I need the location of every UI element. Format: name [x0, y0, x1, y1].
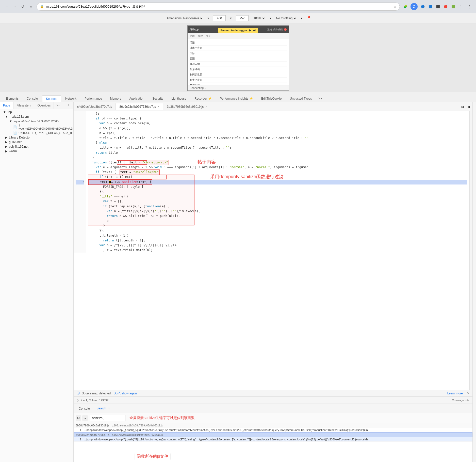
toolbar-icons: 🧩 C 🔵 🟦 ⬛ 🔴 🟩 ⋮ ⋮	[402, 3, 473, 10]
tab-perf-insights[interactable]: Performance insights ⚡	[216, 95, 257, 102]
tree-item-polyfill[interactable]: ▶ polyfill.166.net	[0, 144, 73, 149]
word-match-btn[interactable]: .-	[82, 415, 88, 421]
play-icon[interactable]: ▶	[249, 28, 251, 32]
preview-close[interactable]	[284, 28, 287, 31]
ext2[interactable]: 🟦	[427, 3, 434, 10]
code-text: FORBID_TAGS: [ style ]	[88, 184, 143, 189]
reload-button[interactable]: ↺	[19, 3, 26, 10]
tab-network[interactable]: Network	[61, 95, 80, 102]
close-sourcemap[interactable]: ✕	[467, 392, 469, 395]
bottom-tabs: Console Search ✕	[74, 404, 472, 413]
tab-editthiscookie[interactable]: EditThisCookie	[257, 95, 286, 102]
sensor-icon[interactable]: 📍	[306, 16, 311, 21]
editor-area: c4d92ecff2ed3bb270e7.js 86e9c93c4b029773…	[74, 102, 472, 462]
tree-item-wasm[interactable]: ▶ wasm	[0, 149, 73, 153]
code-line: var o = content.body.origin;	[88, 121, 467, 126]
tab-application[interactable]: Application	[125, 95, 148, 102]
settings-button[interactable]: ⋮	[466, 3, 473, 10]
tree-item-g166[interactable]: ▶ g.166.net	[0, 140, 73, 144]
ext1[interactable]: 🔵	[419, 3, 426, 10]
console-tab[interactable]: Console	[76, 405, 93, 412]
editor-tab-3[interactable]: 3b38b7989b66c8a93019.js ✕	[163, 103, 211, 110]
width-input[interactable]: 400	[213, 15, 226, 21]
throttle-select[interactable]: No throttling	[275, 16, 297, 20]
address-bar[interactable]: 🔒 m.ds.163.com/square/63ea17eec8dc9d0001…	[37, 3, 400, 11]
profile-button[interactable]: C	[411, 3, 418, 10]
src-tab-more[interactable]: >>	[54, 102, 61, 109]
tree-item-square[interactable]: ▼ square/63ea17eec8dc9d00019266fe	[0, 119, 73, 124]
step-icon[interactable]: ⏭	[253, 28, 256, 32]
learn-more-link[interactable]: Learn more	[447, 392, 463, 395]
folder-icon: ▶	[5, 140, 7, 144]
dont-show-link[interactable]: Don't show again	[113, 392, 137, 395]
code-text: }	[88, 155, 94, 160]
sidebar-more-btn[interactable]: ⋮	[66, 103, 71, 108]
page-preview: Paused in debugger ▶ ⏭ AIMApp 注销 操作功能 话题…	[0, 23, 476, 92]
tree-item-type[interactable]: 📄 ?type=%E6%9C%80%E6%96%B0%E8%AE%A8	[0, 124, 73, 131]
search-tab-close[interactable]: ✕	[108, 407, 110, 410]
list-item: 圆圈	[190, 56, 287, 61]
ext5[interactable]: 🟩	[450, 3, 457, 10]
ext3[interactable]: ⬛	[434, 3, 441, 10]
search-input[interactable]: sanitize(	[90, 415, 125, 421]
code-line: }),	[88, 228, 467, 233]
height-input[interactable]: 257	[236, 15, 249, 21]
tab-sources[interactable]: Sources	[42, 95, 61, 102]
src-tab-overrides[interactable]: Overrides	[34, 102, 54, 109]
src-tab-page[interactable]: Page	[0, 102, 13, 109]
inline-annotation-1: text = "<b>hello</b>"	[129, 160, 169, 165]
match-case-btn[interactable]: Aa	[76, 415, 81, 421]
result-item-1[interactable]: 1 ...jsonp=window.webpackJsonp([]).push(…	[74, 428, 472, 432]
tab-console[interactable]: Console	[23, 95, 42, 102]
forward-button[interactable]: →	[11, 3, 18, 10]
tree-item-top[interactable]: ▼ top	[0, 110, 73, 114]
result-file-2[interactable]: 86e9c93c4b0297736ba7.js g.166.net/res/a1…	[74, 432, 472, 437]
sources-sidebar: Page Filesystem Overrides >> ⋮ ▼ top ▼ m…	[0, 102, 74, 462]
tree-label: ?type=%E6%9C%80%E6%96%B0%E8%AE%A8	[19, 124, 73, 130]
search-tab[interactable]: Search ✕	[93, 405, 113, 412]
ln	[76, 141, 84, 145]
ext4[interactable]: 🔴	[442, 3, 449, 10]
close-tab-icon[interactable]: ✕	[157, 105, 159, 108]
panel-toggle-btn[interactable]: ⊡	[460, 104, 465, 110]
dimensions-select[interactable]: Dimensions: Responsive	[165, 16, 203, 20]
home-button[interactable]: ⌂	[27, 3, 35, 10]
tab-recorder[interactable]: Recorder ⚡	[191, 95, 216, 102]
editor-tabs-toolbar: ⊡ ⊞	[460, 104, 472, 110]
code-line: };	[88, 111, 467, 116]
close-tab-icon[interactable]: ✕	[205, 105, 207, 108]
code-text: , r = text.trim().match(n);	[88, 248, 153, 253]
code-text: if (text) {	[88, 170, 120, 175]
more-extensions[interactable]: ⋮	[457, 3, 464, 10]
tab-lighthouse[interactable]: Lighthouse	[168, 95, 190, 102]
editor-scrollbar[interactable]	[469, 111, 472, 390]
tree-item-untrusted[interactable]: 📄 UNTRUSTED_TYPES_CHECK_STACK_BELOW	[0, 131, 73, 135]
editor-tab-2[interactable]: 86e9c93c4b0297736ba7.js ✕	[116, 103, 163, 110]
tab-elements[interactable]: Elements	[2, 95, 22, 102]
result-file-1[interactable]: 3b38b7989b66c8a93019.js g.166.net/res/a1…	[74, 423, 472, 428]
split-pane-btn[interactable]: ⊞	[466, 104, 471, 110]
tree-item-library[interactable]: ▶ Library Detector	[0, 135, 73, 140]
tab-untrusted[interactable]: Untrusted Types	[286, 95, 316, 102]
extensions-button[interactable]: 🧩	[402, 3, 409, 10]
ln	[76, 160, 84, 165]
connecting-bar: Connecting...	[188, 85, 289, 90]
editor-code[interactable]: →	[74, 111, 469, 390]
tab-security[interactable]: Security	[149, 95, 167, 102]
back-button[interactable]: ←	[3, 3, 10, 10]
tab-memory[interactable]: Memory	[106, 95, 125, 102]
result-item-2[interactable]: 1 ...jsonp=window.webpackJsonp([]).push(…	[74, 437, 472, 442]
list-item: 最后人物	[190, 61, 287, 67]
ln	[76, 189, 84, 194]
src-tab-filesystem[interactable]: Filesystem	[13, 102, 34, 109]
more-tabs[interactable]: >>	[316, 95, 324, 102]
nav-item3: 圈子	[206, 34, 211, 38]
preview-content: 话题 进水十之家 国际 圆圈 最后人物 圆形结构 制药的世界 新生活进行 梦幻西…	[188, 39, 289, 91]
tree-item-mds163[interactable]: ▼ m.ds.163.com	[0, 114, 73, 119]
editor-tab-1[interactable]: c4d92ecff2ed3bb270e7.js	[74, 103, 116, 110]
folder-icon: ▶	[5, 136, 7, 139]
zoom-select[interactable]: 100%	[253, 16, 266, 20]
code-text: }	[88, 223, 105, 228]
tab-performance[interactable]: Performance	[81, 95, 106, 102]
code-text: n = r(e),	[88, 131, 116, 136]
